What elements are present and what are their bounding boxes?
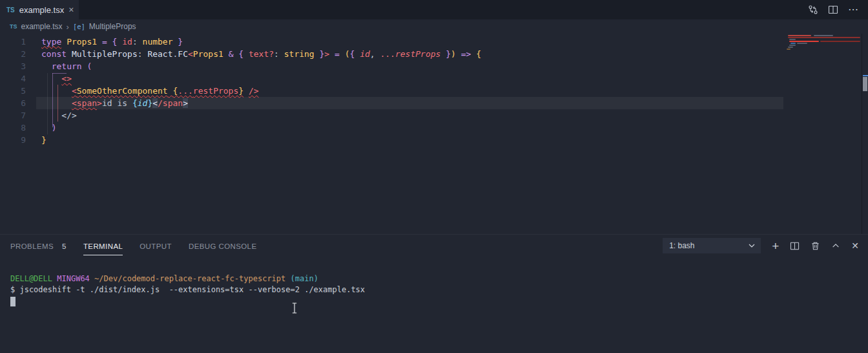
code-token: ) — [451, 49, 456, 59]
line-number: 8 — [0, 122, 26, 134]
code-token: (main) — [291, 274, 318, 283]
code-token: = — [102, 37, 107, 47]
code-token: React — [147, 49, 172, 59]
chevron-right-icon: › — [67, 22, 69, 32]
code-token: ? — [269, 49, 274, 59]
tab-terminal[interactable]: TERMINAL — [83, 237, 123, 255]
code-line[interactable]: <span>id is {id}</span> — [41, 97, 188, 109]
minimap-mark — [789, 45, 796, 46]
tab-problems-label: PROBLEMS — [10, 242, 54, 250]
code-token — [223, 49, 229, 59]
code-token: > — [324, 49, 329, 59]
code-token — [355, 49, 360, 59]
code-token: } — [178, 37, 183, 47]
code-token: ~/Dev/codemod-replace-react-fc-typescrip… — [94, 274, 285, 283]
code-token: FC — [178, 49, 188, 59]
chevron-down-icon — [749, 244, 755, 248]
code-token — [329, 49, 335, 59]
code-token — [90, 274, 94, 283]
mouse-ibeam-cursor — [291, 302, 298, 316]
line-number: 5 — [0, 85, 26, 97]
code-token: < — [152, 98, 158, 108]
code-token: Props1 — [67, 37, 97, 47]
tab-debug-console-label: DEBUG CONSOLE — [189, 242, 257, 250]
line-number: 9 — [0, 134, 26, 146]
more-actions-icon[interactable]: ⋯ — [848, 5, 859, 15]
code-token — [315, 49, 320, 59]
split-editor-icon[interactable] — [828, 5, 838, 15]
code-line[interactable]: return ( — [41, 60, 92, 72]
code-token: MINGW64 — [57, 274, 90, 283]
minimap-mark — [789, 39, 796, 40]
code-token: : — [274, 49, 279, 59]
code-token: span — [77, 98, 97, 108]
code-line[interactable]: ) — [41, 122, 56, 134]
code-token — [41, 86, 72, 96]
code-token — [107, 37, 112, 47]
tab-output-label: OUTPUT — [140, 242, 172, 250]
code-line[interactable]: const MultipleProps: React.FC<Props1 & {… — [41, 48, 481, 60]
panel-tabs: PROBLEMS 5 TERMINAL OUTPUT DEBUG CONSOLE — [10, 237, 256, 255]
line-number: 2 — [0, 48, 26, 60]
split-terminal-icon[interactable] — [790, 241, 800, 251]
code-token — [41, 123, 52, 133]
code-token: } — [41, 135, 46, 145]
code-token: , — [370, 49, 375, 59]
code-line[interactable]: } — [41, 134, 46, 146]
terminal-output[interactable]: DELL@DELL MINGW64 ~/Dev/codemod-replace-… — [0, 257, 868, 353]
overview-ruler[interactable] — [862, 34, 868, 234]
code-token: } — [238, 86, 243, 96]
code-token: < — [72, 98, 77, 108]
code-line[interactable]: <SomeOtherComponent {...restProps} /> — [41, 85, 259, 97]
breadcrumb-file[interactable]: example.tsx — [21, 22, 63, 31]
code-token: id is — [102, 98, 132, 108]
code-editor[interactable]: 123456789 type Props1 = { id: number }co… — [0, 34, 868, 234]
tab-example-tsx[interactable]: TS example.tsx × — [0, 0, 79, 19]
breadcrumb: TS example.tsx › [e] MultipleProps — [0, 19, 868, 34]
code-token — [168, 86, 173, 96]
minimap-mark — [814, 35, 833, 36]
code-token: SomeOtherComponent — [77, 86, 168, 96]
tab-terminal-label: TERMINAL — [83, 242, 123, 250]
code-token: : — [138, 49, 143, 59]
code-token: ... — [380, 49, 395, 59]
editor-tab-bar: TS example.tsx × ⋯ — [0, 0, 868, 19]
code-token: DELL@DELL — [10, 274, 52, 283]
terminal-select[interactable]: 1: bash — [663, 238, 761, 253]
code-token — [456, 49, 461, 59]
scrollbar-thumb[interactable] — [863, 77, 867, 91]
symbol-variable-icon: [e] — [73, 23, 85, 30]
code-token: > — [97, 98, 102, 108]
bottom-panel: PROBLEMS 5 TERMINAL OUTPUT DEBUG CONSOLE… — [0, 234, 868, 353]
active-indent-guide — [57, 85, 58, 122]
code-line[interactable]: type Props1 = { id: number } — [41, 36, 183, 48]
close-panel-icon[interactable]: ✕ — [851, 241, 859, 250]
open-changes-icon[interactable] — [808, 5, 818, 15]
tab-problems[interactable]: PROBLEMS 5 — [10, 237, 67, 255]
tab-output[interactable]: OUTPUT — [140, 237, 172, 255]
code-token: id — [360, 49, 370, 59]
breadcrumb-symbol[interactable]: MultipleProps — [89, 22, 136, 31]
tab-close-icon[interactable]: × — [68, 5, 74, 14]
editor-actions: ⋯ — [808, 0, 868, 19]
code-token: const — [41, 49, 67, 59]
kill-terminal-icon[interactable] — [811, 241, 820, 251]
indent-guide — [47, 73, 48, 134]
maximize-panel-icon[interactable] — [831, 241, 840, 250]
bracket-pair-guide — [52, 73, 67, 74]
line-number: 3 — [0, 60, 26, 72]
code-token — [285, 274, 290, 283]
code-token: { — [476, 49, 481, 59]
code-token — [243, 49, 249, 59]
code-token: restProps — [395, 49, 440, 59]
code-token: </> — [61, 111, 76, 120]
minimap[interactable] — [785, 34, 860, 234]
new-terminal-icon[interactable]: + — [772, 240, 779, 252]
minimap-mark — [789, 41, 819, 42]
code-token — [41, 74, 61, 83]
code-line[interactable]: <> — [41, 72, 72, 85]
code-token: return — [52, 61, 82, 71]
code-token: > — [183, 98, 188, 108]
code-token: { — [132, 98, 138, 108]
tab-debug-console[interactable]: DEBUG CONSOLE — [189, 237, 257, 255]
